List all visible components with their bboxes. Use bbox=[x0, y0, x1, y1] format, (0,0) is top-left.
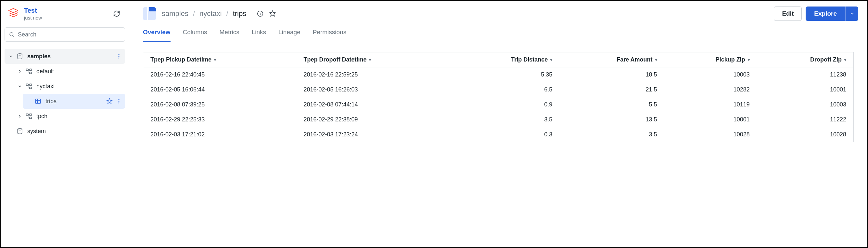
tab-columns[interactable]: Columns bbox=[183, 29, 207, 42]
col-header-label: Trip Distance bbox=[511, 56, 548, 63]
cell-fare: 3.5 bbox=[559, 127, 664, 142]
tab-lineage[interactable]: Lineage bbox=[278, 29, 301, 42]
tree-item-nyctaxi[interactable]: nyctaxi bbox=[13, 79, 125, 94]
search-wrap bbox=[1, 25, 129, 47]
col-header-label: Pickup Zip bbox=[716, 56, 745, 63]
cell-dzip: 11222 bbox=[757, 112, 854, 127]
svg-point-1 bbox=[18, 54, 22, 55]
refresh-icon bbox=[113, 10, 120, 17]
cell-distance: 6.5 bbox=[453, 82, 559, 97]
star-outline-icon[interactable] bbox=[106, 98, 113, 105]
kebab-menu-icon[interactable] bbox=[116, 53, 122, 59]
chevron-down-icon bbox=[849, 11, 855, 16]
chevron-right-icon bbox=[17, 69, 23, 74]
tree-item-label: samples bbox=[27, 53, 116, 60]
table-glyph-icon bbox=[143, 7, 156, 20]
main-header: samples / nyctaxi / trips Edit Explore bbox=[129, 1, 867, 24]
cell-pickup: 2016-02-05 16:06:44 bbox=[143, 82, 297, 97]
catalog-tree: samples default nycta bbox=[1, 47, 129, 139]
table-body: 2016-02-16 22:40:45 2016-02-16 22:59:25 … bbox=[143, 67, 854, 142]
explore-button[interactable]: Explore bbox=[806, 6, 845, 21]
search-input[interactable] bbox=[18, 31, 121, 38]
tree-item-default[interactable]: default bbox=[13, 64, 125, 79]
col-header-fare[interactable]: Fare Amount▾ bbox=[559, 52, 664, 67]
tree-item-system[interactable]: system bbox=[4, 124, 125, 139]
explore-button-group: Explore bbox=[806, 6, 858, 21]
svg-rect-5 bbox=[26, 69, 29, 71]
col-header-pickup[interactable]: Tpep Pickup Datetime▾ bbox=[143, 52, 297, 67]
schema-icon bbox=[25, 68, 33, 75]
tab-links[interactable]: Links bbox=[252, 29, 266, 42]
cell-pzip: 10001 bbox=[664, 112, 757, 127]
col-header-label: Tpep Pickup Datetime bbox=[150, 56, 212, 63]
svg-point-12 bbox=[119, 99, 120, 100]
tree-item-label: default bbox=[36, 68, 122, 75]
edit-button[interactable]: Edit bbox=[774, 6, 802, 21]
col-header-distance[interactable]: Trip Distance▾ bbox=[453, 52, 559, 67]
cell-distance: 3.5 bbox=[453, 112, 559, 127]
crumb-nyctaxi[interactable]: nyctaxi bbox=[199, 9, 221, 18]
cell-fare: 5.5 bbox=[559, 97, 664, 112]
search-box[interactable] bbox=[4, 27, 125, 42]
tree-item-label: tpch bbox=[36, 113, 122, 120]
col-header-label: Tpep Dropoff Datetime bbox=[303, 56, 366, 63]
refresh-button[interactable] bbox=[111, 8, 122, 20]
crumb-separator: / bbox=[193, 9, 195, 18]
table-row: 2016-02-05 16:06:44 2016-02-05 16:26:03 … bbox=[143, 82, 854, 97]
chevron-right-icon bbox=[17, 114, 23, 118]
crumb-samples[interactable]: samples bbox=[162, 9, 188, 18]
col-header-label: Dropoff Zip bbox=[810, 56, 842, 63]
table-row: 2016-02-03 17:21:02 2016-02-03 17:23:24 … bbox=[143, 127, 854, 142]
svg-point-14 bbox=[119, 103, 120, 104]
sidebar-header: Test just now bbox=[1, 1, 129, 25]
tree-item-trips[interactable]: trips bbox=[23, 94, 125, 109]
col-header-pickup-zip[interactable]: Pickup Zip▾ bbox=[664, 52, 757, 67]
col-header-dropoff[interactable]: Tpep Dropoff Datetime▾ bbox=[296, 52, 453, 67]
cell-pickup: 2016-02-03 17:21:02 bbox=[143, 127, 297, 142]
kebab-menu-icon[interactable] bbox=[116, 98, 122, 104]
database-icon bbox=[16, 128, 24, 134]
tab-permissions[interactable]: Permissions bbox=[313, 29, 346, 42]
sort-caret-icon: ▾ bbox=[748, 58, 750, 62]
breadcrumb: samples / nyctaxi / trips bbox=[162, 9, 276, 18]
svg-point-3 bbox=[119, 56, 120, 57]
svg-rect-10 bbox=[30, 87, 32, 89]
workspace-title[interactable]: Test bbox=[24, 6, 42, 14]
sort-caret-icon: ▾ bbox=[655, 58, 657, 62]
info-icon[interactable] bbox=[257, 10, 264, 17]
cell-pzip: 10119 bbox=[664, 97, 757, 112]
chevron-down-icon bbox=[17, 84, 23, 88]
sort-caret-icon: ▾ bbox=[844, 58, 846, 62]
data-table: Tpep Pickup Datetime▾ Tpep Dropoff Datet… bbox=[143, 52, 854, 142]
tab-metrics[interactable]: Metrics bbox=[219, 29, 239, 42]
crumb-separator: / bbox=[226, 9, 228, 18]
cell-fare: 13.5 bbox=[559, 112, 664, 127]
cell-dzip: 10001 bbox=[757, 82, 854, 97]
col-header-label: Fare Amount bbox=[617, 56, 652, 63]
cell-dropoff: 2016-02-08 07:44:14 bbox=[296, 97, 453, 112]
tabs: Overview Columns Metrics Links Lineage P… bbox=[129, 24, 867, 42]
explore-dropdown-button[interactable] bbox=[845, 6, 858, 21]
tab-overview[interactable]: Overview bbox=[143, 29, 170, 42]
col-header-dropoff-zip[interactable]: Dropoff Zip▾ bbox=[757, 52, 854, 67]
sidebar: Test just now samples bbox=[1, 1, 129, 247]
cell-distance: 5.35 bbox=[453, 67, 559, 82]
cell-dzip: 10003 bbox=[757, 97, 854, 112]
databricks-logo-icon bbox=[7, 7, 20, 20]
star-outline-icon[interactable] bbox=[269, 10, 276, 17]
database-icon bbox=[16, 53, 24, 60]
brand-text: Test just now bbox=[24, 6, 42, 21]
main: samples / nyctaxi / trips Edit Explore bbox=[129, 1, 867, 247]
cell-dzip: 10028 bbox=[757, 127, 854, 142]
table-icon bbox=[34, 98, 42, 105]
cell-dropoff: 2016-02-29 22:38:09 bbox=[296, 112, 453, 127]
svg-rect-16 bbox=[30, 114, 32, 115]
cell-pzip: 10028 bbox=[664, 127, 757, 142]
table-row: 2016-02-29 22:25:33 2016-02-29 22:38:09 … bbox=[143, 112, 854, 127]
cell-dropoff: 2016-02-05 16:26:03 bbox=[296, 82, 453, 97]
sort-caret-icon: ▾ bbox=[214, 58, 216, 62]
svg-rect-8 bbox=[26, 84, 29, 86]
tree-item-samples[interactable]: samples bbox=[4, 49, 125, 64]
chevron-down-icon bbox=[8, 54, 13, 59]
tree-item-tpch[interactable]: tpch bbox=[13, 109, 125, 124]
